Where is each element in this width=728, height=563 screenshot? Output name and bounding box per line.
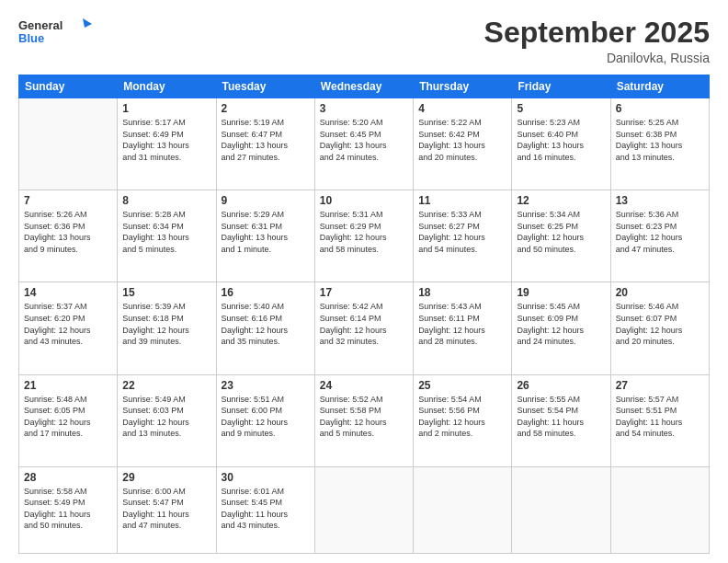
table-row: 28Sunrise: 5:58 AMSunset: 5:49 PMDayligh… <box>19 466 118 553</box>
day-number: 15 <box>122 286 210 299</box>
day-info: Sunrise: 5:20 AMSunset: 6:45 PMDaylight:… <box>320 117 408 163</box>
header-sunday: Sunday <box>19 75 118 98</box>
table-row: 8Sunrise: 5:28 AMSunset: 6:34 PMDaylight… <box>118 190 216 282</box>
day-number: 7 <box>24 194 112 207</box>
day-info: Sunrise: 6:00 AMSunset: 5:47 PMDaylight:… <box>122 486 210 532</box>
table-row: 18Sunrise: 5:43 AMSunset: 6:11 PMDayligh… <box>414 282 512 374</box>
table-row: 2Sunrise: 5:19 AMSunset: 6:47 PMDaylight… <box>216 98 314 190</box>
table-row: 24Sunrise: 5:52 AMSunset: 5:58 PMDayligh… <box>314 374 413 466</box>
table-row: 4Sunrise: 5:22 AMSunset: 6:42 PMDaylight… <box>414 98 512 190</box>
day-number: 26 <box>517 379 605 392</box>
day-number: 21 <box>24 379 112 392</box>
day-info: Sunrise: 5:28 AMSunset: 6:34 PMDaylight:… <box>122 209 210 255</box>
table-row <box>610 466 709 553</box>
header-friday: Friday <box>512 75 610 98</box>
location: Danilovka, Russia <box>484 51 710 65</box>
day-info: Sunrise: 5:57 AMSunset: 5:51 PMDaylight:… <box>616 394 704 440</box>
day-info: Sunrise: 5:58 AMSunset: 5:49 PMDaylight:… <box>24 486 112 532</box>
day-number: 22 <box>122 379 210 392</box>
header-thursday: Thursday <box>414 75 512 98</box>
day-number: 2 <box>222 102 310 115</box>
table-row: 3Sunrise: 5:20 AMSunset: 6:45 PMDaylight… <box>314 98 413 190</box>
svg-text:Blue: Blue <box>18 31 44 45</box>
day-number: 1 <box>122 102 210 115</box>
table-row: 13Sunrise: 5:36 AMSunset: 6:23 PMDayligh… <box>610 190 709 282</box>
day-info: Sunrise: 5:17 AMSunset: 6:49 PMDaylight:… <box>122 117 210 163</box>
page: General Blue September 2025 Danilovka, R… <box>0 0 728 563</box>
day-number: 19 <box>517 286 605 299</box>
table-row: 23Sunrise: 5:51 AMSunset: 6:00 PMDayligh… <box>216 374 314 466</box>
logo: General Blue <box>18 17 92 48</box>
table-row: 22Sunrise: 5:49 AMSunset: 6:03 PMDayligh… <box>118 374 216 466</box>
day-number: 23 <box>222 379 310 392</box>
day-info: Sunrise: 5:37 AMSunset: 6:20 PMDaylight:… <box>24 301 112 347</box>
table-row: 5Sunrise: 5:23 AMSunset: 6:40 PMDaylight… <box>512 98 610 190</box>
day-info: Sunrise: 5:39 AMSunset: 6:18 PMDaylight:… <box>122 301 210 347</box>
day-info: Sunrise: 5:51 AMSunset: 6:00 PMDaylight:… <box>222 394 310 440</box>
table-row: 11Sunrise: 5:33 AMSunset: 6:27 PMDayligh… <box>414 190 512 282</box>
day-number: 11 <box>418 194 506 207</box>
day-number: 30 <box>222 471 310 484</box>
svg-text:General: General <box>18 18 63 32</box>
weekday-header-row: Sunday Monday Tuesday Wednesday Thursday… <box>19 75 710 98</box>
table-row: 14Sunrise: 5:37 AMSunset: 6:20 PMDayligh… <box>19 282 118 374</box>
day-info: Sunrise: 5:34 AMSunset: 6:25 PMDaylight:… <box>517 209 605 255</box>
table-row: 29Sunrise: 6:00 AMSunset: 5:47 PMDayligh… <box>118 466 216 553</box>
table-row: 26Sunrise: 5:55 AMSunset: 5:54 PMDayligh… <box>512 374 610 466</box>
svg-marker-2 <box>83 18 92 28</box>
day-info: Sunrise: 5:43 AMSunset: 6:11 PMDaylight:… <box>418 301 506 347</box>
table-row: 30Sunrise: 6:01 AMSunset: 5:45 PMDayligh… <box>216 466 314 553</box>
day-number: 4 <box>418 102 506 115</box>
day-number: 27 <box>616 379 704 392</box>
header-tuesday: Tuesday <box>216 75 314 98</box>
table-row: 7Sunrise: 5:26 AMSunset: 6:36 PMDaylight… <box>19 190 118 282</box>
day-number: 16 <box>222 286 310 299</box>
day-info: Sunrise: 5:29 AMSunset: 6:31 PMDaylight:… <box>222 209 310 255</box>
day-number: 8 <box>122 194 210 207</box>
day-info: Sunrise: 5:55 AMSunset: 5:54 PMDaylight:… <box>517 394 605 440</box>
table-row: 17Sunrise: 5:42 AMSunset: 6:14 PMDayligh… <box>314 282 413 374</box>
table-row: 20Sunrise: 5:46 AMSunset: 6:07 PMDayligh… <box>610 282 709 374</box>
table-row: 21Sunrise: 5:48 AMSunset: 6:05 PMDayligh… <box>19 374 118 466</box>
day-number: 13 <box>616 194 704 207</box>
table-row: 9Sunrise: 5:29 AMSunset: 6:31 PMDaylight… <box>216 190 314 282</box>
day-info: Sunrise: 5:45 AMSunset: 6:09 PMDaylight:… <box>517 301 605 347</box>
header-monday: Monday <box>118 75 216 98</box>
day-info: Sunrise: 5:36 AMSunset: 6:23 PMDaylight:… <box>616 209 704 255</box>
day-number: 14 <box>24 286 112 299</box>
day-number: 29 <box>122 471 210 484</box>
header-wednesday: Wednesday <box>314 75 413 98</box>
table-row <box>414 466 512 553</box>
day-info: Sunrise: 5:23 AMSunset: 6:40 PMDaylight:… <box>517 117 605 163</box>
table-row: 15Sunrise: 5:39 AMSunset: 6:18 PMDayligh… <box>118 282 216 374</box>
day-number: 9 <box>222 194 310 207</box>
day-info: Sunrise: 5:25 AMSunset: 6:38 PMDaylight:… <box>616 117 704 163</box>
table-row: 12Sunrise: 5:34 AMSunset: 6:25 PMDayligh… <box>512 190 610 282</box>
day-number: 10 <box>320 194 408 207</box>
day-info: Sunrise: 5:52 AMSunset: 5:58 PMDaylight:… <box>320 394 408 440</box>
day-info: Sunrise: 5:22 AMSunset: 6:42 PMDaylight:… <box>418 117 506 163</box>
day-number: 12 <box>517 194 605 207</box>
table-row: 6Sunrise: 5:25 AMSunset: 6:38 PMDaylight… <box>610 98 709 190</box>
header-saturday: Saturday <box>610 75 709 98</box>
day-number: 6 <box>616 102 704 115</box>
day-info: Sunrise: 6:01 AMSunset: 5:45 PMDaylight:… <box>222 486 310 532</box>
logo-svg: General Blue <box>18 17 92 48</box>
day-number: 5 <box>517 102 605 115</box>
day-info: Sunrise: 5:42 AMSunset: 6:14 PMDaylight:… <box>320 301 408 347</box>
table-row: 19Sunrise: 5:45 AMSunset: 6:09 PMDayligh… <box>512 282 610 374</box>
title-block: September 2025 Danilovka, Russia <box>484 17 710 65</box>
table-row: 1Sunrise: 5:17 AMSunset: 6:49 PMDaylight… <box>118 98 216 190</box>
table-row: 27Sunrise: 5:57 AMSunset: 5:51 PMDayligh… <box>610 374 709 466</box>
day-info: Sunrise: 5:48 AMSunset: 6:05 PMDaylight:… <box>24 394 112 440</box>
day-number: 28 <box>24 471 112 484</box>
table-row: 16Sunrise: 5:40 AMSunset: 6:16 PMDayligh… <box>216 282 314 374</box>
table-row <box>314 466 413 553</box>
table-row <box>512 466 610 553</box>
day-number: 18 <box>418 286 506 299</box>
day-info: Sunrise: 5:19 AMSunset: 6:47 PMDaylight:… <box>222 117 310 163</box>
month-title: September 2025 <box>484 17 710 49</box>
header: General Blue September 2025 Danilovka, R… <box>18 17 710 65</box>
day-number: 20 <box>616 286 704 299</box>
day-info: Sunrise: 5:49 AMSunset: 6:03 PMDaylight:… <box>122 394 210 440</box>
